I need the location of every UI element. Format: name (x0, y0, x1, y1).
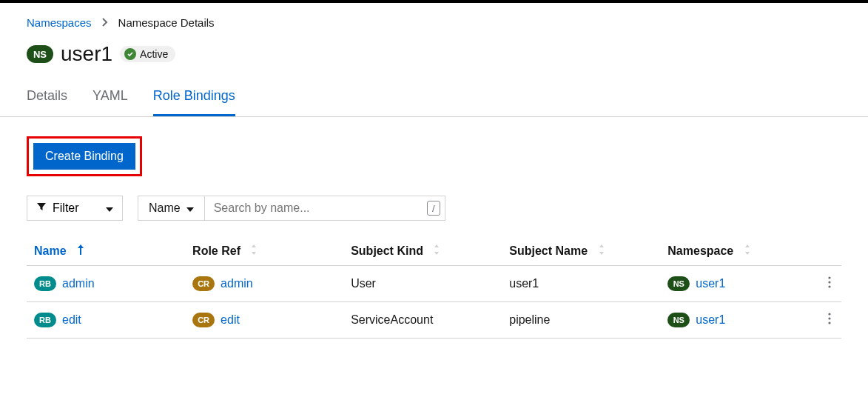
rolebinding-link[interactable]: edit (62, 313, 81, 327)
column-header-namespace[interactable]: Namespace (660, 236, 811, 266)
column-label: Name (34, 244, 67, 257)
search-type-label: Name (149, 201, 181, 215)
tab-yaml[interactable]: YAML (92, 81, 128, 116)
tabs: Details YAML Role Bindings (0, 81, 868, 117)
sort-icon (434, 244, 440, 257)
sort-icon (599, 244, 605, 257)
clusterrole-badge: CR (192, 313, 215, 327)
filter-icon (36, 201, 47, 215)
search-group: Name / (138, 196, 445, 221)
column-label: Role Ref (192, 244, 240, 257)
svg-point-2 (828, 285, 830, 287)
search-type-dropdown[interactable]: Name (138, 196, 205, 220)
table-row: RB admin CR admin User user1 NS user1 (27, 266, 841, 302)
kebab-menu-icon[interactable] (828, 278, 831, 290)
subject-kind-cell: ServiceAccount (343, 302, 502, 339)
breadcrumb-current: Namespace Details (118, 16, 215, 29)
column-label: Subject Name (509, 244, 588, 257)
column-header-roleref[interactable]: Role Ref (185, 236, 343, 266)
sort-asc-icon (77, 244, 84, 257)
breadcrumb-root-link[interactable]: Namespaces (27, 16, 92, 29)
caret-down-icon (106, 201, 113, 215)
subject-name-cell: user1 (502, 266, 660, 302)
namespace-link[interactable]: user1 (696, 277, 725, 290)
filter-dropdown[interactable]: Filter (27, 196, 123, 221)
sort-icon (251, 244, 257, 257)
chevron-right-icon (101, 16, 110, 29)
namespace-badge: NS (27, 45, 53, 63)
column-header-name[interactable]: Name (27, 236, 185, 266)
tab-details[interactable]: Details (27, 81, 67, 116)
status-badge: Active (120, 46, 175, 62)
filter-label: Filter (53, 201, 79, 215)
page-title: user1 (61, 42, 112, 66)
check-circle-icon (124, 48, 136, 60)
status-text: Active (140, 48, 168, 60)
page-title-row: NS user1 Active (27, 42, 841, 66)
svg-point-4 (828, 317, 830, 319)
roleref-link[interactable]: admin (221, 277, 253, 290)
column-header-subject-kind[interactable]: Subject Kind (343, 236, 502, 266)
keyboard-shortcut-hint: / (427, 201, 440, 216)
tab-role-bindings[interactable]: Role Bindings (153, 81, 235, 116)
svg-point-0 (828, 276, 830, 279)
create-binding-button[interactable]: Create Binding (33, 143, 135, 170)
namespace-badge: NS (667, 276, 690, 291)
highlight-annotation: Create Binding (27, 136, 142, 176)
column-header-actions (811, 236, 841, 266)
subject-name-cell: pipeline (502, 302, 660, 339)
column-label: Namespace (667, 244, 733, 257)
caret-down-icon (186, 201, 194, 215)
namespace-link[interactable]: user1 (696, 313, 725, 327)
toolbar: Filter Name / (27, 196, 841, 221)
rolebinding-badge: RB (34, 313, 56, 327)
breadcrumb: Namespaces Namespace Details (27, 16, 841, 29)
svg-point-1 (828, 281, 830, 283)
column-header-subject-name[interactable]: Subject Name (502, 236, 660, 266)
svg-point-3 (828, 313, 830, 315)
namespace-badge: NS (667, 313, 690, 327)
subject-kind-cell: User (343, 266, 502, 302)
roleref-link[interactable]: edit (221, 313, 240, 327)
clusterrole-badge: CR (192, 276, 215, 291)
column-label: Subject Kind (351, 244, 423, 257)
svg-point-5 (828, 321, 830, 324)
sort-icon (744, 244, 750, 257)
rolebinding-link[interactable]: admin (62, 277, 95, 290)
role-bindings-table: Name Role Ref Subject Kind (27, 236, 841, 339)
table-row: RB edit CR edit ServiceAccount pipeline … (27, 302, 841, 339)
search-input[interactable] (205, 196, 427, 220)
rolebinding-badge: RB (34, 276, 56, 291)
kebab-menu-icon[interactable] (828, 314, 831, 327)
